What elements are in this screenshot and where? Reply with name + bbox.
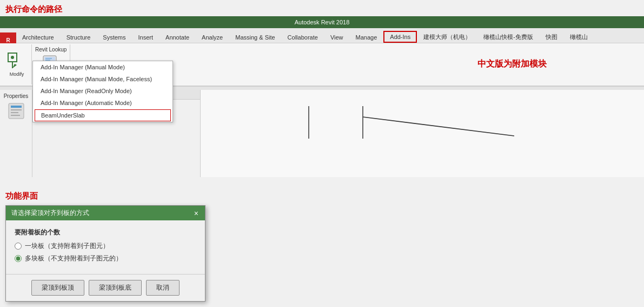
tab-manage[interactable]: Manage [350, 31, 383, 43]
tab-massing[interactable]: Massing & Site [229, 31, 281, 43]
cancel-button[interactable]: 取消 [146, 280, 180, 296]
title-bar-text: Autodesk Revit 2018 [295, 19, 350, 25]
properties-icon [6, 101, 26, 121]
radio-multi-board-label: 多块板（不支持附着到子图元的） [25, 254, 122, 263]
svg-rect-14 [11, 106, 22, 108]
tab-analyze[interactable]: Analyze [196, 31, 229, 43]
beam-under-slab[interactable]: BeamUnderSlab [35, 109, 171, 121]
dropdown-menu: Add-In Manager (Manual Mode) Add-In Mana… [32, 61, 173, 122]
tab-view[interactable]: View [324, 31, 349, 43]
dialog-content: 要附着板的个数 一块板（支持附着到子图元） 多块板（不支持附着到子图元的） [6, 220, 205, 274]
modify-button[interactable]: Modify [2, 44, 32, 84]
tab-annotate[interactable]: Annotate [160, 31, 195, 43]
tab-ganlanshan[interactable]: 橄榄山快模-免费版 [477, 31, 539, 43]
tab-kuitu[interactable]: 快图 [540, 31, 563, 43]
drawing-lines [255, 101, 525, 166]
tab-architecture[interactable]: Architecture [16, 31, 60, 43]
radio-single-board-label: 一块板（支持附着到子图元） [25, 241, 109, 251]
tab-jidian[interactable]: 建模大师（机电） [417, 31, 477, 43]
beam-top-to-bottom-button[interactable]: 梁顶到板底 [89, 280, 142, 296]
svg-rect-15 [11, 109, 22, 110]
svg-rect-16 [11, 112, 18, 113]
beam-top-to-top-button[interactable]: 梁顶到板顶 [31, 280, 84, 296]
revit-lookup-label: Revit Lookup [35, 47, 67, 53]
dialog-titlebar: 请选择梁顶对齐到板的方式 × [6, 206, 205, 220]
tab-addins[interactable]: Add-Ins [383, 31, 417, 43]
dialog-section-label: 要附着板的个数 [15, 228, 196, 237]
properties-panel: Properties [0, 90, 32, 177]
svg-line-12 [363, 117, 514, 136]
modify-icon [7, 52, 26, 71]
tab-systems[interactable]: Systems [97, 31, 131, 43]
modify-label: Modify [10, 71, 24, 77]
tab-bar: Architecture Structure Systems Insert An… [0, 28, 644, 43]
drawing-canvas [201, 90, 644, 177]
radio-multi-board[interactable] [15, 255, 22, 262]
radio-item-multi: 多块板（不支持附着到子图元的） [15, 254, 196, 263]
addin-manual-mode[interactable]: Add-In Manager (Manual Mode) [33, 61, 172, 73]
dialog-buttons: 梁顶到板顶 梁顶到板底 取消 [6, 274, 205, 301]
addin-manual-faceless[interactable]: Add-In Manager (Manual Mode, Faceless) [33, 73, 172, 85]
chinese-annotation: 中文版为附加模块 [477, 58, 547, 70]
radio-item-single: 一块板（支持附着到子图元） [15, 241, 196, 251]
title-bar: Autodesk Revit 2018 [0, 16, 644, 28]
radio-single-board[interactable] [15, 243, 22, 250]
drawing-area [200, 90, 644, 177]
addin-readonly[interactable]: Add-In Manager (ReadOnly Mode) [33, 85, 172, 97]
properties-label: Properties [4, 93, 29, 99]
tab-insert[interactable]: Insert [132, 31, 160, 43]
tab-ganlanshan2[interactable]: 橄榄山 [564, 31, 594, 43]
dialog-close-button[interactable]: × [193, 209, 200, 218]
tab-structure[interactable]: Structure [61, 31, 97, 43]
svg-point-3 [11, 56, 14, 59]
bottom-annotation: 功能界面 [5, 191, 38, 201]
svg-rect-17 [11, 115, 20, 116]
dialog-box: 请选择梁顶对齐到板的方式 × 要附着板的个数 一块板（支持附着到子图元） 多块板… [5, 205, 205, 302]
top-annotation: 执行命令的路径 [5, 4, 62, 15]
svg-marker-2 [12, 64, 17, 68]
tab-collaborate[interactable]: Collaborate [282, 31, 324, 43]
dialog-title: 请选择梁顶对齐到板的方式 [11, 208, 89, 218]
addin-automatic[interactable]: Add-In Manager (Automatic Mode) [33, 97, 172, 109]
